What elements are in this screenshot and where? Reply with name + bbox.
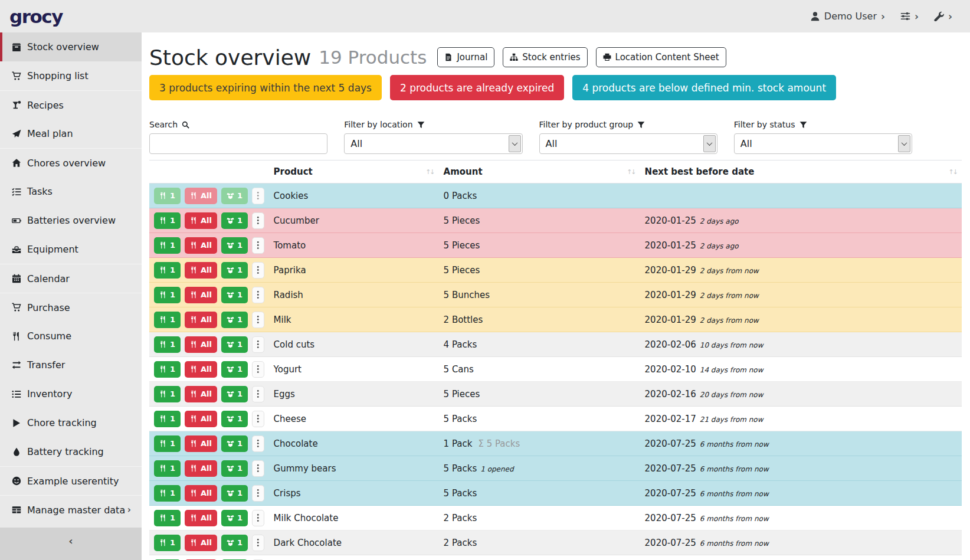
row-actions: 1All1 <box>154 188 264 204</box>
consume-1-button[interactable]: 1 <box>154 411 181 427</box>
open-1-button[interactable]: 1 <box>221 386 248 402</box>
table-row: 1All1Tomato5 Pieces2020-01-252 days ago <box>149 233 962 258</box>
row-menu-button[interactable] <box>252 411 264 427</box>
row-menu-button[interactable] <box>252 510 264 526</box>
consume-all-button[interactable]: All <box>185 435 217 452</box>
status-filter-select[interactable]: All <box>734 133 912 154</box>
sidebar-item-chore-tracking[interactable]: Chore tracking <box>0 408 142 437</box>
open-1-button[interactable]: 1 <box>221 535 248 551</box>
consume-all-button[interactable]: All <box>185 485 217 502</box>
row-menu-button[interactable] <box>252 361 264 378</box>
consume-all-button[interactable]: All <box>185 386 217 402</box>
consume-all-button[interactable]: All <box>185 535 217 551</box>
row-menu-button[interactable] <box>252 237 264 254</box>
sidebar-item-stock-overview[interactable]: Stock overview <box>0 32 142 61</box>
app-logo[interactable]: grocy <box>9 6 63 27</box>
consume-1-button[interactable]: 1 <box>154 336 181 353</box>
consume-all-button[interactable]: All <box>185 361 217 378</box>
user-menu[interactable]: Demo User › <box>810 11 885 22</box>
sidebar-item-transfer[interactable]: Transfer <box>0 351 142 379</box>
sidebar-item-shopping-list[interactable]: Shopping list <box>0 61 142 90</box>
admin-menu[interactable]: › <box>934 11 952 22</box>
search-input[interactable] <box>149 133 327 154</box>
row-menu-button[interactable] <box>252 485 264 502</box>
consume-1-button[interactable]: 1 <box>154 237 181 254</box>
sidebar-item-meal-plan[interactable]: Meal plan <box>0 119 142 148</box>
open-1-button[interactable]: 1 <box>221 361 248 378</box>
expired-alert[interactable]: 2 products are already expired <box>390 75 564 100</box>
consume-1-button[interactable]: 1 <box>154 262 181 279</box>
row-menu-button[interactable] <box>252 460 264 477</box>
sidebar-item-inventory[interactable]: Inventory <box>0 379 142 408</box>
consume-all-button[interactable]: All <box>185 411 217 427</box>
best-before-column[interactable]: Next best before date↑↓ <box>640 161 962 184</box>
row-menu-button[interactable] <box>252 435 264 452</box>
consume-all-button[interactable]: All <box>185 262 217 279</box>
best-before-cell: 2020-07-256 months from now <box>640 506 962 530</box>
row-menu-button[interactable] <box>252 188 264 204</box>
consume-1-button[interactable]: 1 <box>154 535 181 551</box>
location-content-sheet-button[interactable]: Location Content Sheet <box>596 47 726 67</box>
consume-1-button[interactable]: 1 <box>154 510 181 526</box>
product-group-filter-select[interactable]: All <box>539 133 717 154</box>
amount-column[interactable]: Amount↑↓ <box>439 161 640 184</box>
sidebar-item-battery-tracking[interactable]: Battery tracking <box>0 437 142 466</box>
sidebar-collapse-button[interactable]: ‹ <box>0 528 142 560</box>
open-1-button[interactable]: 1 <box>221 212 248 229</box>
open-1-button[interactable]: 1 <box>221 237 248 254</box>
consume-all-button[interactable]: All <box>185 510 217 526</box>
sidebar-item-batteries-overview[interactable]: Batteries overview <box>0 206 142 235</box>
consume-1-button[interactable]: 1 <box>154 212 181 229</box>
sidebar-item-purchase[interactable]: Purchase <box>0 293 142 322</box>
open-1-button[interactable]: 1 <box>221 485 248 502</box>
row-menu-button[interactable] <box>252 312 264 328</box>
sidebar-item-chores-overview[interactable]: Chores overview <box>0 148 142 177</box>
open-1-button[interactable]: 1 <box>221 312 248 328</box>
row-menu-button[interactable] <box>252 287 264 303</box>
consume-all-button[interactable]: All <box>185 237 217 254</box>
consume-1-button[interactable]: 1 <box>154 386 181 402</box>
row-menu-button[interactable] <box>252 262 264 279</box>
open-1-button[interactable]: 1 <box>221 411 248 427</box>
consume-all-button[interactable]: All <box>185 188 217 204</box>
row-menu-button[interactable] <box>252 386 264 402</box>
expiring-soon-alert[interactable]: 3 products expiring within the next 5 da… <box>149 75 382 100</box>
sidebar-item-recipes[interactable]: Recipes <box>0 90 142 119</box>
consume-1-button[interactable]: 1 <box>154 361 181 378</box>
open-1-button[interactable]: 1 <box>221 287 248 303</box>
consume-1-button[interactable]: 1 <box>154 485 181 502</box>
open-1-button[interactable]: 1 <box>221 262 248 279</box>
open-1-button[interactable]: 1 <box>221 435 248 452</box>
below-min-stock-alert[interactable]: 4 products are below defined min. stock … <box>572 75 836 100</box>
consume-1-button[interactable]: 1 <box>154 188 181 204</box>
consume-1-button[interactable]: 1 <box>154 460 181 477</box>
sidebar-item-consume[interactable]: Consume <box>0 322 142 351</box>
location-filter-select[interactable]: All <box>344 133 522 154</box>
sidebar-item-manage-master-data[interactable]: Manage master data› <box>0 495 142 524</box>
row-menu-button[interactable] <box>252 212 264 229</box>
sidebar-item-calendar[interactable]: Calendar <box>0 264 142 293</box>
consume-all-button[interactable]: All <box>185 312 217 328</box>
open-1-button[interactable]: 1 <box>221 188 248 204</box>
open-1-button[interactable]: 1 <box>221 510 248 526</box>
journal-button[interactable]: Journal <box>437 47 494 67</box>
chevron-right-icon: › <box>127 505 131 515</box>
consume-all-button[interactable]: All <box>185 212 217 229</box>
consume-all-button[interactable]: All <box>185 460 217 477</box>
stock-entries-button[interactable]: Stock entries <box>503 47 587 67</box>
sidebar-item-tasks[interactable]: Tasks <box>0 177 142 206</box>
open-1-button[interactable]: 1 <box>221 460 248 477</box>
consume-1-button[interactable]: 1 <box>154 287 181 303</box>
settings-menu[interactable]: › <box>900 11 919 22</box>
sidebar-item-example-userentity[interactable]: Example userentity <box>0 466 142 495</box>
row-menu-button[interactable] <box>252 336 264 353</box>
row-menu-button[interactable] <box>252 535 264 551</box>
consume-1-button[interactable]: 1 <box>154 435 181 452</box>
consume-all-button[interactable]: All <box>185 287 217 303</box>
open-1-button[interactable]: 1 <box>221 336 248 353</box>
table-icon <box>10 505 23 515</box>
consume-1-button[interactable]: 1 <box>154 312 181 328</box>
consume-all-button[interactable]: All <box>185 336 217 353</box>
product-column[interactable]: Product↑↓ <box>269 161 439 184</box>
sidebar-item-equipment[interactable]: Equipment <box>0 235 142 264</box>
